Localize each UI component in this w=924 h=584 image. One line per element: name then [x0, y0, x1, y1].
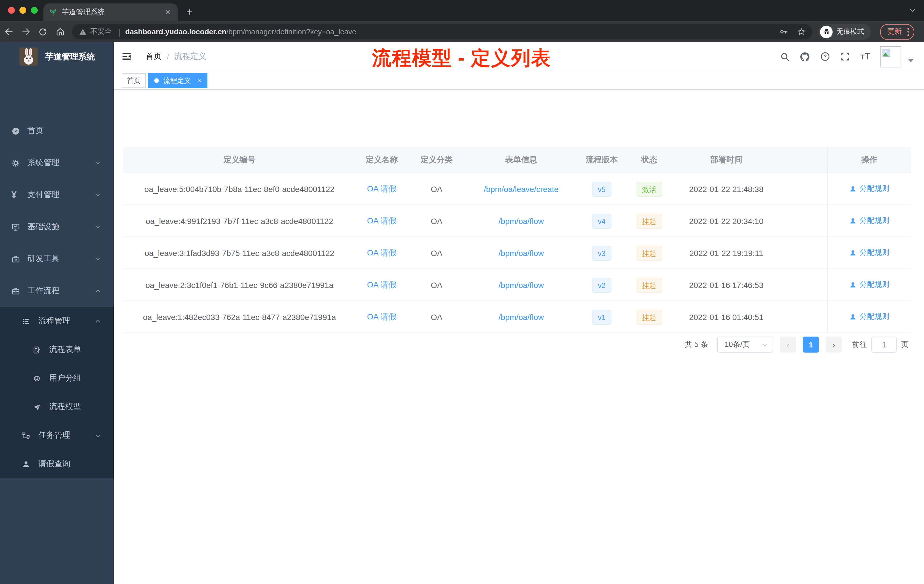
help-icon[interactable]: ?	[820, 51, 831, 62]
tag-home[interactable]: 首页	[122, 73, 146, 88]
sidebar-item-label: 请假查询	[38, 459, 70, 469]
browser-update-button[interactable]: 更新	[880, 24, 914, 40]
sidebar-item-user-group[interactable]: 用户分组	[0, 364, 114, 393]
incognito-label: 无痕模式	[837, 27, 864, 36]
col-header-name: 定义名称	[355, 147, 408, 173]
form-info-link[interactable]: /bpm/oa/flow	[498, 312, 544, 322]
definition-name-link[interactable]: OA 请假	[367, 280, 396, 289]
user-group-icon	[33, 374, 41, 383]
tree-icon	[22, 431, 30, 440]
window-minimize-button[interactable]	[20, 7, 26, 14]
cell-deploy-time: 2022-01-16 01:40:51	[672, 301, 780, 333]
assign-rule-button[interactable]: 分配规则	[850, 216, 889, 226]
chevron-down-icon	[95, 256, 101, 262]
definition-name-link[interactable]: OA 请假	[367, 216, 396, 225]
sidebar-item-infrastructure[interactable]: 基础设施	[0, 211, 114, 243]
sidebar-item-process-model[interactable]: 流程模型	[0, 393, 114, 421]
current-page-button[interactable]: 1	[803, 337, 819, 353]
user-avatar[interactable]	[880, 46, 901, 67]
breadcrumb-separator: /	[167, 52, 169, 61]
home-button-icon[interactable]	[51, 27, 69, 36]
status-badge: 挂起	[636, 277, 662, 292]
form-info-link[interactable]: /bpm/oa/flow	[498, 280, 544, 289]
form-info-link[interactable]: /bpm/oa/flow	[498, 216, 544, 226]
window-zoom-button[interactable]	[31, 7, 38, 14]
font-size-icon[interactable]: ᴛT	[860, 51, 870, 62]
url-bar[interactable]: 不安全 | dashboard.yudao.iocoder.cn/bpm/man…	[72, 24, 813, 40]
tag-close-icon[interactable]: ×	[198, 77, 201, 84]
status-badge: 挂起	[636, 246, 662, 260]
browser-tab[interactable]: 芋道管理系统 ✕	[43, 3, 178, 21]
assign-rule-button[interactable]: 分配规则	[850, 184, 889, 194]
tag-label: 首页	[127, 76, 140, 86]
sidebar-item-label: 基础设施	[27, 222, 59, 232]
tab-close-icon[interactable]: ✕	[163, 8, 172, 16]
cell-category: OA	[408, 237, 465, 269]
table-row: oa_leave:4:991f2193-7b7f-11ec-a3c8-acde4…	[124, 205, 911, 237]
search-icon[interactable]	[780, 52, 790, 61]
back-button-icon[interactable]	[0, 27, 17, 36]
browser-tabstrip: 芋道管理系统 ✕ +	[0, 0, 924, 21]
assign-rule-button[interactable]: 分配规则	[850, 248, 889, 258]
sidebar-item-payment[interactable]: ¥ 支付管理	[0, 179, 114, 211]
bookmark-star-icon[interactable]	[797, 27, 806, 36]
version-badge: v5	[592, 181, 611, 196]
chevron-up-icon	[95, 288, 101, 294]
forward-button-icon[interactable]	[17, 27, 34, 36]
definition-name-link[interactable]: OA 请假	[367, 248, 396, 257]
github-icon[interactable]	[800, 51, 810, 62]
cell-deploy-time: 2022-01-22 21:48:38	[672, 173, 780, 205]
assign-rule-button[interactable]: 分配规则	[850, 280, 889, 290]
definition-table: 定义编号 定义名称 定义分类 表单信息 流程版本 状态 部署时间 操作	[124, 147, 911, 333]
assign-rule-button[interactable]: 分配规则	[850, 312, 889, 322]
sidebar-item-task-management[interactable]: 任务管理	[0, 421, 114, 450]
prev-page-button[interactable]: ‹	[780, 337, 796, 353]
form-info-link[interactable]: /bpm/oa/flow	[498, 248, 544, 257]
password-key-icon[interactable]	[779, 27, 788, 36]
sidebar-item-process-management[interactable]: 流程管理	[0, 307, 114, 335]
cell-deploy-time: 2022-01-22 20:34:10	[672, 205, 780, 237]
breadcrumb-current: 流程定义	[174, 51, 206, 62]
table-row: oa_leave:5:004b710b-7b8a-11ec-8ef0-acde4…	[124, 173, 911, 205]
breadcrumb-home[interactable]: 首页	[146, 51, 162, 62]
next-page-button[interactable]: ›	[826, 337, 842, 353]
sidebar-item-leave-query[interactable]: 请假查询	[0, 450, 114, 478]
security-label[interactable]: 不安全	[90, 27, 112, 36]
tags-view: 首页 流程定义 ×	[114, 71, 924, 90]
definition-name-link[interactable]: OA 请假	[367, 184, 396, 193]
reload-button-icon[interactable]	[34, 27, 51, 36]
sidebar-item-process-form[interactable]: 流程表单	[0, 335, 114, 364]
page-size-select[interactable]: 10条/页	[717, 337, 773, 353]
annotation-title: 流程模型 - 定义列表	[372, 45, 551, 71]
window-close-button[interactable]	[8, 7, 15, 14]
fullscreen-icon[interactable]	[840, 51, 851, 62]
user-icon	[22, 460, 30, 468]
tag-process-definition[interactable]: 流程定义 ×	[148, 73, 208, 88]
browser-menu-dots-icon[interactable]	[908, 28, 909, 36]
tab-search-chevron-icon[interactable]	[909, 6, 916, 16]
security-warning-icon[interactable]	[79, 28, 87, 36]
form-info-link[interactable]: /bpm/oa/leave/create	[484, 184, 559, 193]
pagination: 共 5 条 10条/页 ‹ 1 › 前往 页	[685, 337, 909, 353]
table-row: oa_leave:3:1fad3d93-7b75-11ec-a3c8-acde4…	[124, 237, 911, 269]
sidebar-logo[interactable]: 芋道管理系统	[0, 42, 114, 71]
version-badge: v3	[592, 246, 611, 260]
sidebar-item-label: 工作流程	[27, 286, 59, 296]
app-title: 芋道管理系统	[45, 51, 95, 62]
sidebar-item-dev-tools[interactable]: 研发工具	[0, 243, 114, 275]
avatar-dropdown-caret-icon[interactable]	[908, 59, 914, 62]
sidebar-item-system[interactable]: 系统管理	[0, 147, 114, 179]
goto-page-input[interactable]	[871, 337, 897, 353]
definition-name-link[interactable]: OA 请假	[367, 312, 396, 321]
table-row: oa_leave:2:3c1f0ef1-76b1-11ec-9c66-a2380…	[124, 269, 911, 301]
cell-deploy-time: 2022-01-16 17:46:53	[672, 269, 780, 301]
sidebar-toggle-hamburger-icon[interactable]	[121, 51, 132, 64]
cell-deploy-time: 2022-01-22 19:19:11	[672, 237, 780, 269]
breadcrumb: 首页 / 流程定义	[146, 51, 206, 62]
new-tab-button[interactable]: +	[186, 5, 192, 19]
sidebar-item-workflow[interactable]: 工作流程	[0, 275, 114, 307]
cell-filler	[780, 173, 827, 205]
table-row: oa_leave:1:482ec033-762a-11ec-8477-a2380…	[124, 301, 911, 333]
sidebar-item-home[interactable]: 首页	[0, 115, 114, 147]
navbar: 首页 / 流程定义 流程模型 - 定义列表 ? ᴛT	[114, 42, 924, 71]
